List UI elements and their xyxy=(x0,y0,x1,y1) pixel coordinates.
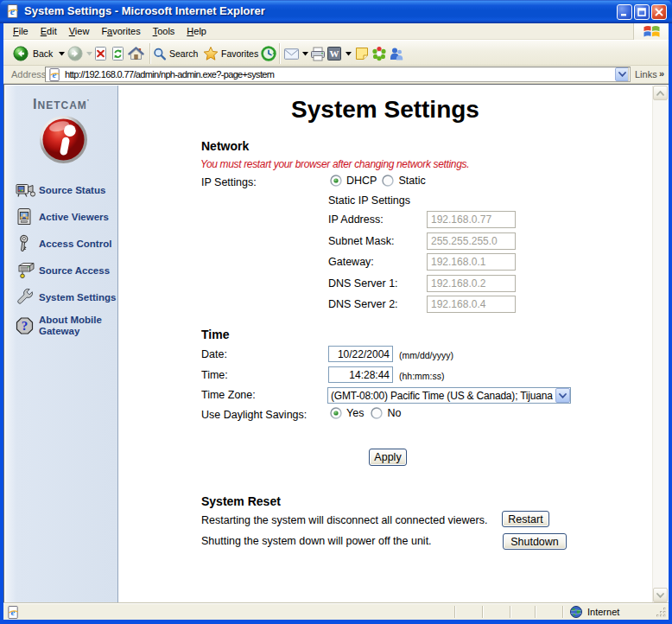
shutdown-button[interactable]: Shutdown xyxy=(503,533,567,550)
menu-file[interactable]: File xyxy=(7,23,35,40)
word-icon: W xyxy=(327,47,341,60)
menu-bar: File Edit View Favorites Tools Help xyxy=(3,23,669,40)
search-button[interactable]: Search xyxy=(153,41,198,67)
maximize-button[interactable] xyxy=(634,4,650,20)
timezone-select[interactable]: (GMT-08:00) Pacific Time (US & Canada); … xyxy=(327,387,571,404)
messenger-icon xyxy=(390,47,403,61)
dst-yes-radio[interactable] xyxy=(330,407,342,419)
client-area: Inetcam’ xyxy=(3,84,669,603)
svg-text:e: e xyxy=(10,5,16,17)
address-combobox[interactable]: e http://192.168.0.77/admin/nph-admin.ex… xyxy=(45,67,631,82)
sidebar-item-source-status[interactable]: Source Status xyxy=(5,181,118,200)
dns-server-1-input[interactable] xyxy=(427,275,516,292)
back-button[interactable]: Back xyxy=(13,41,65,67)
restart-description: Restarting the system will disconnect al… xyxy=(201,514,487,526)
close-button[interactable] xyxy=(651,4,667,20)
menu-edit[interactable]: Edit xyxy=(35,23,63,40)
gateway-input[interactable] xyxy=(427,253,516,271)
note-icon xyxy=(355,47,369,60)
server-icon xyxy=(16,262,35,279)
window-title: System Settings - Microsoft Internet Exp… xyxy=(24,0,265,22)
mail-button[interactable] xyxy=(284,41,308,67)
links-label: Links xyxy=(635,66,657,83)
dns-server-2-label: DNS Server 2: xyxy=(328,298,398,310)
address-bar: Address e http://192.168.0.77/admin/nph-… xyxy=(3,66,669,84)
daylight-savings-label: Use Daylight Savings: xyxy=(201,409,307,421)
history-button[interactable] xyxy=(261,41,276,67)
ip-address-label: IP Address: xyxy=(328,213,384,226)
browser-window: e System Settings - Microsoft Internet E… xyxy=(0,0,672,624)
print-button[interactable] xyxy=(310,41,326,67)
sidebar-item-label: Source Status xyxy=(39,181,105,200)
globe-icon xyxy=(570,606,582,618)
document-ie-icon: e xyxy=(7,606,20,619)
stop-icon xyxy=(93,46,108,61)
links-bar[interactable]: Links » xyxy=(633,66,669,83)
sidebar-item-label: Source Access xyxy=(39,261,110,280)
menu-favorites[interactable]: Favorites xyxy=(95,23,146,40)
time-label: Time: xyxy=(201,369,228,381)
minimize-button[interactable] xyxy=(617,4,632,20)
status-pane xyxy=(510,604,535,620)
subnet-mask-input[interactable] xyxy=(427,232,516,250)
scroll-up-button[interactable] xyxy=(653,86,668,100)
address-url[interactable]: http://192.168.0.77/admin/nph-admin.exe?… xyxy=(65,67,274,81)
brand-trademark: ’ xyxy=(87,98,90,105)
icq-button[interactable] xyxy=(371,41,387,67)
back-label: Back xyxy=(33,48,53,59)
dst-no-label: No xyxy=(387,407,401,419)
dhcp-radio[interactable] xyxy=(330,175,342,187)
camera-icon xyxy=(16,181,35,199)
favorites-button[interactable]: Favorites xyxy=(203,41,258,67)
sidebar-item-source-access[interactable]: Source Access xyxy=(5,261,118,280)
refresh-button[interactable] xyxy=(111,41,125,67)
sidebar-item-active-viewers[interactable]: Active Viewers xyxy=(5,207,118,226)
back-icon xyxy=(13,46,29,61)
dns-server-2-input[interactable] xyxy=(427,296,516,313)
ip-settings-label: IP Settings: xyxy=(201,176,257,188)
timezone-value: (GMT-08:00) Pacific Time (US & Canada); … xyxy=(331,389,553,403)
resize-grip[interactable] xyxy=(655,604,669,620)
sidebar: Inetcam’ xyxy=(5,86,118,603)
menu-tools[interactable]: Tools xyxy=(147,23,181,40)
menu-help[interactable]: Help xyxy=(181,23,212,40)
subnet-mask-label: Subnet Mask: xyxy=(328,235,394,247)
forward-dropdown-icon xyxy=(86,52,92,56)
sidebar-item-label: Access Control xyxy=(39,234,111,253)
apply-button[interactable]: Apply xyxy=(369,449,407,466)
sidebar-item-access-control[interactable]: Access Control xyxy=(5,234,118,253)
stop-button[interactable] xyxy=(93,41,108,67)
messenger-button[interactable] xyxy=(390,41,403,67)
links-chevron-icon[interactable]: » xyxy=(659,66,664,83)
scroll-down-button[interactable] xyxy=(653,588,668,602)
sidebar-item-system-settings[interactable]: System Settings xyxy=(5,288,118,307)
forward-button[interactable] xyxy=(67,41,92,67)
grip-dots-icon xyxy=(656,607,667,618)
date-format-note: (mm/dd/yyyy) xyxy=(399,350,453,360)
date-input[interactable] xyxy=(328,346,393,362)
vertical-scrollbar[interactable] xyxy=(652,86,668,603)
menu-view[interactable]: View xyxy=(63,23,96,40)
sidebar-item-about-mobile-gateway[interactable]: ? About MobileGateway xyxy=(5,312,118,340)
restart-button[interactable]: Restart xyxy=(502,511,549,527)
edit-dropdown-icon xyxy=(346,52,352,56)
history-icon xyxy=(261,46,276,61)
ip-address-input[interactable] xyxy=(427,211,516,228)
viewer-icon xyxy=(16,208,33,226)
inetcam-logo-icon xyxy=(39,115,88,164)
dst-no-radio[interactable] xyxy=(371,407,383,419)
time-format-note: (hh:mm:ss) xyxy=(399,371,445,381)
status-zone-pane: Internet xyxy=(563,604,655,620)
note-button[interactable] xyxy=(355,41,369,67)
time-heading: Time xyxy=(201,328,229,341)
static-radio[interactable] xyxy=(382,175,394,187)
zone-label: Internet xyxy=(587,607,619,617)
time-input[interactable] xyxy=(328,366,393,383)
title-bar: e System Settings - Microsoft Internet E… xyxy=(0,0,672,23)
system-reset-heading: System Reset xyxy=(201,494,281,508)
search-icon xyxy=(153,47,167,61)
edit-word-button[interactable]: W xyxy=(327,41,352,67)
chevron-down-icon xyxy=(656,593,664,598)
home-button[interactable] xyxy=(128,41,144,67)
timezone-dropdown-button[interactable] xyxy=(555,388,570,403)
